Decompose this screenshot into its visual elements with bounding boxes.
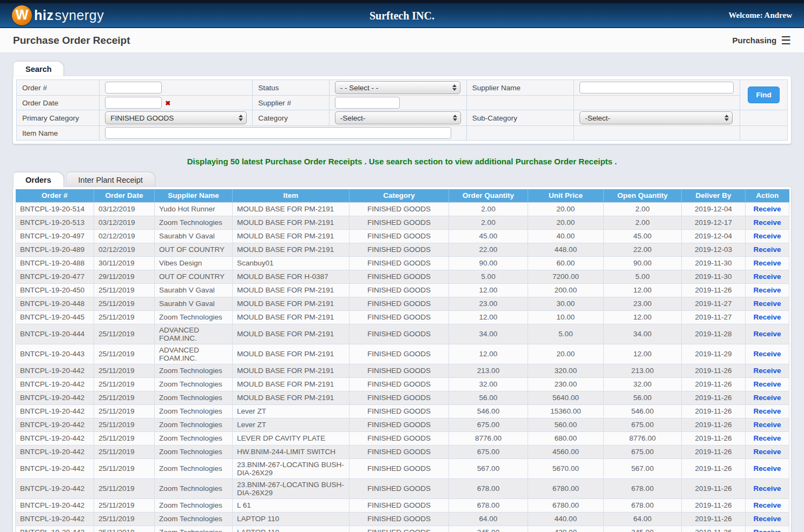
- receive-link[interactable]: Receive: [753, 245, 781, 254]
- table-row: BNTCPL-19-20-48830/11/2019Vibes DesignSc…: [16, 256, 789, 270]
- cell-action: Receive: [746, 229, 789, 243]
- cell-order-date: 25/11/2019: [94, 377, 155, 391]
- supplier-number-input[interactable]: [335, 97, 400, 109]
- cell-supplier-name: Zoom Technologies: [155, 498, 233, 512]
- cell-category: FINISHED GOODS: [350, 243, 449, 256]
- purchase-order-table: Order #Order DateSupplier NameItemCatego…: [15, 189, 789, 532]
- order-date-input[interactable]: [105, 97, 162, 109]
- cell-order-date: 25/11/2019: [94, 324, 155, 344]
- primary-category-label: Primary Category: [17, 110, 100, 126]
- column-header-supplier-name: Supplier Name: [155, 189, 233, 202]
- receive-link[interactable]: Receive: [753, 367, 781, 375]
- cell-item: MOULD BASE FOR H-0387: [233, 270, 350, 283]
- receive-link[interactable]: Receive: [753, 380, 781, 388]
- cell-order-quantity: 12.00: [449, 310, 528, 324]
- receive-link[interactable]: Receive: [753, 528, 781, 532]
- select-arrows-icon: [452, 84, 457, 91]
- cell-order-quantity: 675.00: [449, 445, 528, 458]
- primary-category-value: FINISHED GOODS: [110, 114, 174, 122]
- table-row: BNTCPL-19-20-51403/12/2019Yudo Hot Runne…: [16, 202, 789, 216]
- cell-category: FINISHED GOODS: [350, 202, 449, 216]
- cell-open-quantity: 64.00: [604, 512, 682, 526]
- status-select[interactable]: - - Select - -: [335, 81, 460, 94]
- receive-link[interactable]: Receive: [753, 350, 781, 358]
- receive-link[interactable]: Receive: [753, 501, 781, 509]
- cell-open-quantity: 546.00: [604, 404, 682, 418]
- cell-order-number: BNTCPL-19-20-442: [16, 391, 94, 404]
- tab-inter-plant-receipt[interactable]: Inter Plant Receipt: [66, 172, 155, 188]
- cell-unit-price: 20.00: [528, 202, 604, 216]
- receive-link[interactable]: Receive: [753, 515, 781, 523]
- receive-link[interactable]: Receive: [753, 205, 781, 213]
- table-row: BNTCPL-19-20-44225/11/2019Zoom Technolog…: [16, 498, 789, 512]
- receive-link[interactable]: Receive: [753, 421, 781, 429]
- receive-link[interactable]: Receive: [753, 259, 781, 267]
- primary-category-select[interactable]: FINISHED GOODS: [105, 111, 247, 124]
- hamburger-menu-icon[interactable]: ☰: [781, 35, 791, 46]
- cell-order-number: BNTCPL-19-20-442: [16, 377, 94, 391]
- cell-supplier-name: OUT OF COUNTRY: [155, 243, 233, 256]
- cell-order-quantity: 12.00: [449, 344, 528, 364]
- cell-unit-price: 440.00: [528, 512, 604, 526]
- receive-link[interactable]: Receive: [753, 484, 781, 493]
- orders-section: Orders Inter Plant Receipt Order #Order …: [13, 171, 791, 532]
- cell-unit-price: 15360.00: [528, 404, 604, 418]
- cell-deliver-by: 2019-11-26: [682, 391, 746, 404]
- item-name-label: Item Name: [17, 126, 100, 141]
- item-name-input[interactable]: [105, 127, 451, 139]
- sub-category-select[interactable]: -Select-: [579, 111, 733, 124]
- category-select[interactable]: -Select-: [335, 111, 461, 124]
- receive-link[interactable]: Receive: [753, 286, 781, 294]
- cell-action: Receive: [746, 404, 789, 418]
- cell-deliver-by: 2019-11-26: [682, 526, 746, 532]
- cell-order-quantity: 213.00: [449, 364, 528, 377]
- cell-action: Receive: [746, 202, 789, 216]
- receive-link[interactable]: Receive: [753, 464, 781, 473]
- empty-cell: [740, 126, 788, 141]
- receive-link[interactable]: Receive: [753, 232, 781, 240]
- cell-item: MOULD BASE FOR PM-2191: [233, 391, 350, 404]
- category-label: Category: [253, 110, 329, 126]
- cell-deliver-by: 2019-11-26: [682, 458, 746, 478]
- tab-search[interactable]: Search: [13, 61, 64, 77]
- cell-order-quantity: 546.00: [449, 404, 528, 418]
- receive-link[interactable]: Receive: [753, 272, 781, 281]
- records-info-message: Displaying 50 latest Purchase Order Rece…: [0, 157, 804, 166]
- cell-supplier-name: Zoom Technologies: [155, 526, 233, 532]
- cell-supplier-name: Zoom Technologies: [155, 418, 233, 431]
- cell-category: FINISHED GOODS: [350, 431, 449, 445]
- order-number-input[interactable]: [105, 82, 162, 94]
- column-header-category: Category: [350, 189, 449, 202]
- cell-category: FINISHED GOODS: [350, 297, 449, 310]
- find-button[interactable]: Find: [748, 87, 780, 103]
- cell-unit-price: 6780.00: [528, 498, 604, 512]
- receive-link[interactable]: Receive: [753, 434, 781, 442]
- cell-category: FINISHED GOODS: [350, 377, 449, 391]
- supplier-name-input[interactable]: [579, 82, 734, 94]
- cell-order-date: 29/11/2019: [94, 270, 155, 283]
- cell-order-quantity: 675.00: [449, 418, 528, 431]
- cell-order-quantity: 56.00: [449, 391, 528, 404]
- receive-link[interactable]: Receive: [753, 407, 781, 415]
- cell-unit-price: 560.00: [528, 418, 604, 431]
- cell-deliver-by: 2019-11-28: [682, 324, 746, 344]
- cell-item: MOULD BASE FOR PM-2191: [233, 229, 350, 243]
- receive-link[interactable]: Receive: [753, 300, 781, 308]
- cell-unit-price: 40.00: [528, 229, 604, 243]
- cell-order-date: 02/12/2019: [94, 229, 155, 243]
- clear-date-icon[interactable]: ✖: [165, 99, 170, 107]
- cell-item: HW.BNIM-244-LIMIT SWITCH: [233, 445, 350, 458]
- cell-action: Receive: [746, 283, 789, 297]
- receive-link[interactable]: Receive: [753, 448, 781, 456]
- cell-order-number: BNTCPL-19-20-442: [16, 512, 94, 526]
- receive-link[interactable]: Receive: [753, 394, 781, 402]
- tab-orders[interactable]: Orders: [13, 172, 64, 188]
- receive-link[interactable]: Receive: [753, 313, 781, 321]
- cell-deliver-by: 2019-11-26: [682, 377, 746, 391]
- logo-text-bold: hiz: [34, 8, 54, 23]
- receive-link[interactable]: Receive: [753, 330, 781, 338]
- cell-unit-price: 320.00: [528, 364, 604, 377]
- receive-link[interactable]: Receive: [753, 218, 781, 227]
- cell-supplier-name: OUT OF COUNTRY: [155, 270, 233, 283]
- cell-action: Receive: [746, 478, 789, 498]
